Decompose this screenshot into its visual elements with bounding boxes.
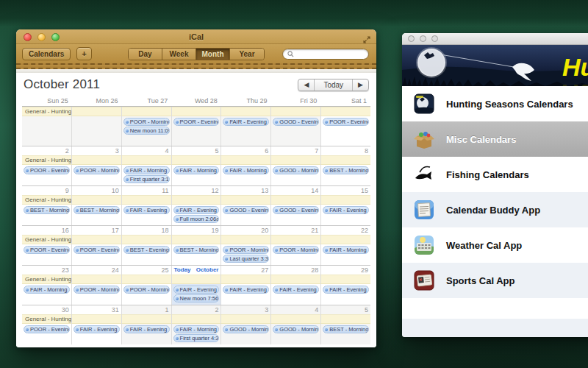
event-pill[interactable]: FAIR - Evening (173, 206, 220, 214)
day-cell[interactable]: 14GOOD - Evening (271, 186, 321, 225)
day-cell[interactable]: 18BEST - Evening (122, 226, 172, 265)
minimize-button[interactable] (37, 33, 46, 41)
day-cell[interactable]: TodayOctober 26FAIR - EveningNew moon 7:… (172, 266, 222, 305)
event-pill[interactable]: POOR - Morning (273, 246, 319, 254)
allday-event-band[interactable] (122, 314, 171, 324)
day-cell[interactable]: POOR - Evening (321, 107, 370, 146)
event-pill[interactable]: POOR - Evening (24, 325, 70, 333)
event-pill[interactable]: New moon 11:09am (123, 127, 170, 135)
allday-event-band[interactable] (172, 155, 221, 165)
day-cell[interactable]: 16General - HuntingPOOR - Evening (22, 226, 72, 265)
day-cell[interactable]: 28FAIR - Evening (271, 266, 321, 305)
event-pill[interactable]: FAIR - Morning (173, 166, 220, 174)
day-cell[interactable]: 24POOR - Morning (72, 266, 122, 305)
allday-event-band[interactable] (172, 107, 221, 116)
event-pill[interactable]: GOOD - Evening (223, 206, 269, 214)
allday-event-band[interactable] (271, 195, 320, 205)
event-pill[interactable]: First quarter 3:15am (123, 175, 170, 183)
allday-event-band[interactable] (271, 275, 320, 284)
allday-event-band[interactable]: General - Hunting (22, 195, 71, 205)
event-pill[interactable]: FAIR - Morning (223, 166, 269, 174)
day-cell[interactable]: 3POOR - Morning (72, 146, 122, 185)
allday-event-band[interactable] (221, 195, 270, 205)
allday-event-band[interactable] (271, 107, 320, 116)
day-cell[interactable]: 11FAIR - Evening (122, 186, 172, 225)
day-cell[interactable]: 9General - HuntingBEST - Morning (22, 186, 72, 225)
day-cell[interactable]: 2General - HuntingPOOR - Evening (22, 146, 72, 185)
allday-event-band[interactable] (321, 275, 370, 284)
list-item-fishing-calendars[interactable]: Fishing Calendars (402, 157, 588, 192)
event-pill[interactable]: BEST - Morning (323, 325, 369, 333)
list-item-hunting-seasons-calendars[interactable]: Hunting Seasons Calendars (402, 86, 588, 121)
event-pill[interactable]: FAIR - Morning (173, 325, 220, 333)
event-pill[interactable]: BEST - Morning (323, 166, 369, 174)
event-pill[interactable]: POOR - Evening (173, 118, 220, 126)
prev-month-button[interactable]: ◀ (298, 79, 315, 91)
day-cell[interactable]: 4FAIR - MorningFirst quarter 3:15am (122, 146, 172, 185)
allday-event-band[interactable] (321, 107, 370, 116)
event-pill[interactable]: BEST - Evening (123, 246, 170, 254)
allday-event-band[interactable] (172, 314, 221, 324)
event-pill[interactable]: FAIR - Evening (123, 206, 170, 214)
event-pill[interactable]: FAIR - Evening (323, 286, 369, 294)
day-cell[interactable]: 22FAIR - Morning (321, 226, 370, 265)
day-cell[interactable]: 29FAIR - Evening (321, 266, 370, 305)
day-cell[interactable]: 1FAIR - Evening (122, 305, 172, 344)
view-tab-day[interactable]: Day (129, 49, 162, 60)
event-pill[interactable]: GOOD - Morning (273, 166, 319, 174)
event-pill[interactable]: FAIR - Morning (24, 286, 70, 294)
event-pill[interactable]: First quarter 4:38pm (173, 334, 220, 342)
event-pill[interactable]: POOR - Morning (123, 286, 170, 294)
allday-event-band[interactable] (72, 107, 121, 116)
allday-event-band[interactable] (221, 235, 270, 244)
day-cell[interactable]: 4GOOD - Morning (271, 305, 321, 344)
list-item-sports-cal-app[interactable]: Sports Cal App (402, 263, 588, 298)
event-pill[interactable]: BEST - Morning (173, 246, 220, 254)
day-cell[interactable]: POOR - MorningNew moon 11:09am (122, 107, 172, 146)
day-cell[interactable]: 8BEST - Morning (321, 146, 370, 185)
allday-event-band[interactable]: General - Hunting (22, 314, 71, 324)
allday-event-band[interactable] (271, 155, 320, 165)
day-cell[interactable]: 13GOOD - Evening (221, 186, 271, 225)
calendars-button[interactable]: Calendars (22, 48, 71, 60)
app-titlebar[interactable] (402, 33, 588, 45)
event-pill[interactable]: GOOD - Evening (273, 118, 319, 126)
event-pill[interactable]: FAIR - Morning (323, 246, 369, 254)
day-cell[interactable]: FAIR - Evening (221, 107, 271, 146)
day-cell[interactable]: 10BEST - Morning (72, 186, 122, 225)
search-input[interactable] (296, 50, 362, 57)
event-pill[interactable]: POOR - Evening (24, 166, 70, 174)
next-month-button[interactable]: ▶ (353, 79, 368, 91)
allday-event-band[interactable] (321, 155, 370, 165)
view-tab-year[interactable]: Year (230, 49, 264, 60)
allday-event-band[interactable] (72, 195, 121, 205)
event-pill[interactable]: POOR - Morning (74, 286, 120, 294)
event-pill[interactable]: FAIR - Evening (223, 286, 269, 294)
allday-event-band[interactable] (172, 195, 221, 205)
add-calendar-button[interactable]: + (76, 47, 91, 60)
day-cell[interactable]: POOR - Evening (172, 107, 222, 146)
allday-event-band[interactable] (122, 275, 171, 284)
minimize-button[interactable] (420, 35, 426, 42)
day-cell[interactable]: 5FAIR - Morning (172, 146, 222, 185)
allday-event-band[interactable]: General - Hunting (22, 155, 71, 165)
day-cell[interactable]: 30General - HuntingPOOR - Evening (22, 305, 72, 344)
event-pill[interactable]: POOR - Evening (74, 246, 120, 254)
event-pill[interactable]: FAIR - Evening (173, 286, 220, 294)
allday-event-band[interactable] (271, 235, 320, 244)
list-item-misc-calendars[interactable]: Misc Calendars (402, 121, 588, 157)
event-pill[interactable]: BEST - Morning (24, 206, 70, 214)
event-pill[interactable]: FAIR - Evening (74, 325, 120, 333)
allday-event-band[interactable]: General - Hunting (22, 275, 71, 284)
allday-event-band[interactable] (72, 155, 121, 165)
event-pill[interactable]: GOOD - Evening (273, 206, 319, 214)
allday-event-band[interactable]: General - Hunting (22, 107, 71, 116)
allday-event-band[interactable] (72, 275, 121, 284)
allday-event-band[interactable] (321, 195, 370, 205)
day-cell[interactable]: 19BEST - Morning (172, 226, 222, 265)
event-pill[interactable]: BEST - Morning (74, 206, 120, 214)
day-cell[interactable]: 25POOR - Morning (122, 266, 172, 305)
close-button[interactable] (408, 35, 415, 42)
event-pill[interactable]: FAIR - Evening (123, 325, 170, 333)
day-cell[interactable]: 20POOR - MorningLast quarter 3:30am (221, 226, 271, 265)
